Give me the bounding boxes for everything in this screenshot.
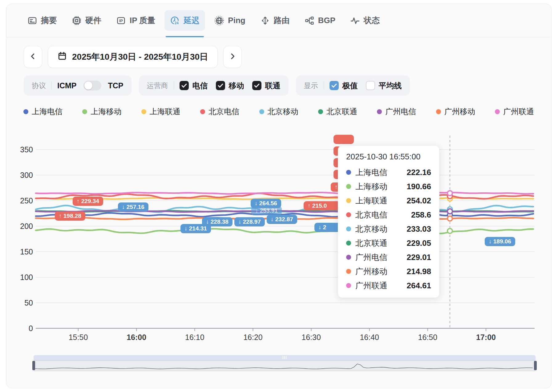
brush-handle-left[interactable]: [32, 361, 35, 370]
latency-icon: 24: [170, 16, 180, 26]
series-dot-icon: [346, 241, 351, 246]
legend-label: 上海电信: [32, 106, 63, 117]
svg-text:IP: IP: [119, 19, 123, 23]
tab-label: 硬件: [85, 15, 101, 26]
tab-ping[interactable]: Ping: [214, 4, 245, 37]
legend-item-3[interactable]: 北京电信: [200, 106, 239, 117]
tab-ip-quality[interactable]: IPIP 质量: [116, 4, 155, 37]
status-icon: [350, 16, 360, 26]
legend-label: 北京移动: [268, 106, 298, 117]
series-value: 233.03: [406, 224, 431, 234]
drag-grip-icon: [283, 356, 286, 359]
tooltip-row-5: 北京联通229.05: [346, 236, 431, 250]
display-filter-group: 显示 极值平均线: [296, 75, 410, 96]
display-label: 显示: [304, 81, 318, 90]
series-dot-icon: [346, 283, 351, 288]
series-name: 北京电信: [355, 210, 407, 220]
tooltip-row-6: 广州电信229.01: [346, 250, 431, 264]
series-value: 264.61: [406, 281, 431, 290]
tooltip-timestamp: 2025-10-30 16:55:00: [346, 152, 431, 162]
series-dot-icon: [346, 269, 351, 274]
display-option-0[interactable]: 极值: [330, 81, 358, 91]
datazoom-scrollbar[interactable]: [34, 355, 536, 360]
legend-item-5[interactable]: 北京联通: [318, 106, 357, 117]
series-name: 北京移动: [355, 224, 402, 234]
extreme-badge-min-8: ↓ 253.91: [251, 206, 282, 215]
svg-text:24: 24: [175, 21, 179, 25]
tab-latency[interactable]: 24延迟: [170, 4, 200, 37]
tab-status[interactable]: 状态: [350, 4, 380, 37]
legend-item-4[interactable]: 北京移动: [259, 106, 298, 117]
carrier-option-0[interactable]: 电信: [180, 81, 208, 91]
legend-dot-icon: [200, 109, 205, 114]
series-name: 广州移动: [355, 266, 402, 277]
option-label: 极值: [342, 81, 358, 91]
brush-handle-right[interactable]: [534, 361, 537, 370]
legend-item-7[interactable]: 广州移动: [436, 106, 475, 117]
svg-text:350: 350: [20, 145, 33, 154]
checkbox-checked-icon[interactable]: [180, 81, 189, 90]
tab-label: 路由: [274, 15, 290, 26]
series-name: 北京联通: [355, 238, 402, 249]
tab-label: 摘要: [41, 15, 57, 26]
protocol-option-icmp[interactable]: ICMP: [57, 81, 77, 90]
checkbox-unchecked-icon[interactable]: [366, 81, 375, 90]
extreme-badge-min-1: ↓ 257.16: [118, 202, 148, 212]
datazoom-track[interactable]: [34, 360, 536, 371]
series-value: 229.05: [406, 238, 431, 248]
display-option-1[interactable]: 平均线: [366, 81, 402, 91]
tab-route[interactable]: 路由: [260, 4, 290, 37]
svg-text:16:30: 16:30: [301, 333, 321, 342]
tab-label: Ping: [228, 16, 245, 25]
extreme-badge-min-4: ↓ 228.38: [202, 217, 232, 226]
summary-icon: [27, 16, 37, 26]
latency-chart[interactable]: 05010015020025030035015:5016:0016:1016:2…: [6, 121, 552, 350]
date-range-button[interactable]: 2025年10月30日 - 2025年10月30日: [48, 46, 218, 68]
next-day-button[interactable]: [223, 46, 242, 68]
legend-label: 北京电信: [208, 106, 239, 117]
route-icon: [260, 16, 270, 26]
overview-sparkline: [34, 361, 535, 371]
checkbox-checked-icon[interactable]: [216, 81, 225, 90]
ping-icon: [214, 16, 224, 26]
divider: [51, 82, 52, 90]
legend-dot-icon: [82, 109, 87, 114]
extreme-badge-max-0: ↑ 229.34: [73, 197, 103, 206]
carrier-option-1[interactable]: 移动: [216, 81, 244, 91]
legend-label: 广州电信: [385, 106, 416, 117]
tab-bgp[interactable]: BGP: [305, 4, 335, 37]
option-label: 电信: [192, 81, 208, 91]
legend-dot-icon: [141, 109, 146, 114]
prev-day-button[interactable]: [24, 46, 42, 68]
option-label: 联通: [265, 81, 281, 91]
tab-summary[interactable]: 摘要: [27, 4, 57, 37]
svg-text:16:00: 16:00: [127, 333, 146, 342]
carrier-option-2[interactable]: 联通: [252, 81, 281, 91]
tooltip-row-3: 北京电信258.6: [346, 208, 431, 222]
checkbox-checked-icon[interactable]: [330, 81, 339, 90]
protocol-toggle[interactable]: [83, 81, 101, 90]
legend-item-2[interactable]: 上海联通: [141, 106, 180, 117]
legend-item-1[interactable]: 上海移动: [82, 106, 121, 117]
legend-label: 上海移动: [91, 106, 121, 117]
legend-item-6[interactable]: 广州电信: [377, 106, 416, 117]
series-name: 上海联通: [355, 195, 402, 206]
bgp-icon: [305, 16, 314, 26]
legend-item-0[interactable]: 上海电信: [23, 106, 63, 117]
legend-dot-icon: [259, 109, 264, 114]
series-value: 258.6: [411, 210, 431, 220]
svg-text:16:50: 16:50: [418, 333, 438, 342]
carrier-filter-group: 运营商 电信移动联通: [139, 75, 289, 96]
legend-item-8[interactable]: 广州联通: [495, 106, 534, 117]
checkbox-checked-icon[interactable]: [252, 81, 261, 90]
datazoom-brush[interactable]: [34, 355, 536, 371]
tab-bar: 摘要硬件IPIP 质量24延迟Ping路由BGP状态: [6, 4, 551, 37]
option-label: 平均线: [379, 81, 402, 91]
svg-text:0: 0: [29, 324, 33, 333]
protocol-option-tcp[interactable]: TCP: [108, 81, 123, 90]
tab-hardware[interactable]: 硬件: [72, 4, 101, 37]
series-value: 229.01: [406, 253, 431, 262]
latency-lines-plot: 05010015020025030035015:5016:0016:1016:2…: [6, 121, 552, 350]
series-value: 254.02: [406, 196, 431, 206]
divider: [174, 82, 174, 90]
